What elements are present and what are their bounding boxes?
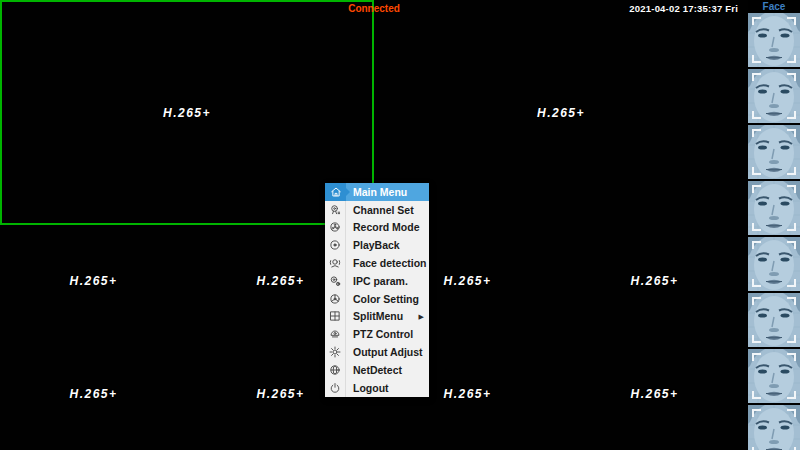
detected-face-image [748,293,800,347]
playback-icon [325,236,346,254]
menu-item-label: Record Mode [346,221,420,233]
menu-item-label: Logout [346,382,389,394]
codec-label: H.265+ [69,274,117,288]
menu-item-splitmenu[interactable]: SplitMenu▶ [325,308,429,326]
face-thumbnail[interactable] [748,237,800,291]
split-grid-icon [325,308,346,326]
face-thumbnail-list [748,13,800,450]
brightness-icon [325,343,346,361]
codec-label: H.265+ [537,106,585,120]
menu-item-face-detection[interactable]: Face detection [325,254,429,272]
detected-face-image [748,69,800,123]
video-tile[interactable]: H.265+ [561,225,748,338]
face-thumbnail[interactable] [748,349,800,403]
face-thumbnail[interactable] [748,181,800,235]
codec-label: H.265+ [163,106,211,120]
menu-item-label: Face detection [346,257,427,269]
channel-camera-icon [325,201,346,219]
record-reel-icon [325,219,346,237]
video-tile[interactable]: H.265+ [0,225,187,338]
menu-item-ptz-control[interactable]: PTZ Control [325,325,429,343]
globe-icon [325,361,346,379]
power-icon [325,379,346,397]
menu-item-label: PlayBack [346,239,400,251]
video-tile[interactable]: H.265+ [0,0,374,225]
menu-item-color-setting[interactable]: Color Setting [325,290,429,308]
video-tile[interactable]: H.265+ [374,0,748,225]
video-tile[interactable]: H.265+ [561,338,748,450]
menu-item-playback[interactable]: PlayBack [325,236,429,254]
face-thumbnail[interactable] [748,125,800,179]
context-menu: Main MenuChannel SetRecord ModePlayBackF… [325,183,429,397]
color-wheel-icon [325,290,346,308]
face-panel: Face [748,0,800,450]
menu-item-output-adjust[interactable]: Output Adjust [325,343,429,361]
codec-label: H.265+ [630,274,678,288]
detected-face-image [748,13,800,67]
face-panel-title: Face [748,0,800,13]
datetime-display: 2021-04-02 17:35:37 Fri [629,3,738,14]
ptz-dome-icon [325,325,346,343]
detected-face-image [748,349,800,403]
codec-label: H.265+ [256,274,304,288]
menu-item-label: Color Setting [346,293,419,305]
submenu-arrow-icon: ▶ [419,313,424,320]
codec-label: H.265+ [630,387,678,401]
menu-item-label: NetDetect [346,364,402,376]
ipc-camera-icon [325,272,346,290]
menu-item-channel-set[interactable]: Channel Set [325,201,429,219]
menu-item-label: Main Menu [346,186,407,198]
codec-label: H.265+ [256,387,304,401]
detected-face-image [748,125,800,179]
detected-face-image [748,181,800,235]
face-detection-icon [325,254,346,272]
menu-item-label: Channel Set [346,204,414,216]
menu-item-label: SplitMenu [346,310,403,322]
home-icon [325,183,346,201]
detected-face-image [748,405,800,450]
detected-face-image [748,237,800,291]
menu-item-netdetect[interactable]: NetDetect [325,361,429,379]
face-thumbnail[interactable] [748,69,800,123]
menu-item-label: PTZ Control [346,328,413,340]
menu-item-label: IPC param. [346,275,408,287]
menu-item-label: Output Adjust [346,346,423,358]
dvr-live-view-screen: H.265+H.265+H.265+H.265+H.265+H.265+H.26… [0,0,800,450]
menu-item-logout[interactable]: Logout [325,379,429,397]
face-thumbnail[interactable] [748,293,800,347]
menu-item-record-mode[interactable]: Record Mode [325,219,429,237]
codec-label: H.265+ [443,387,491,401]
face-thumbnail[interactable] [748,405,800,450]
face-thumbnail[interactable] [748,13,800,67]
codec-label: H.265+ [69,387,117,401]
menu-item-ipc-param[interactable]: IPC param. [325,272,429,290]
menu-item-main-menu[interactable]: Main Menu [325,183,429,201]
video-tile[interactable]: H.265+ [0,338,187,450]
codec-label: H.265+ [443,274,491,288]
